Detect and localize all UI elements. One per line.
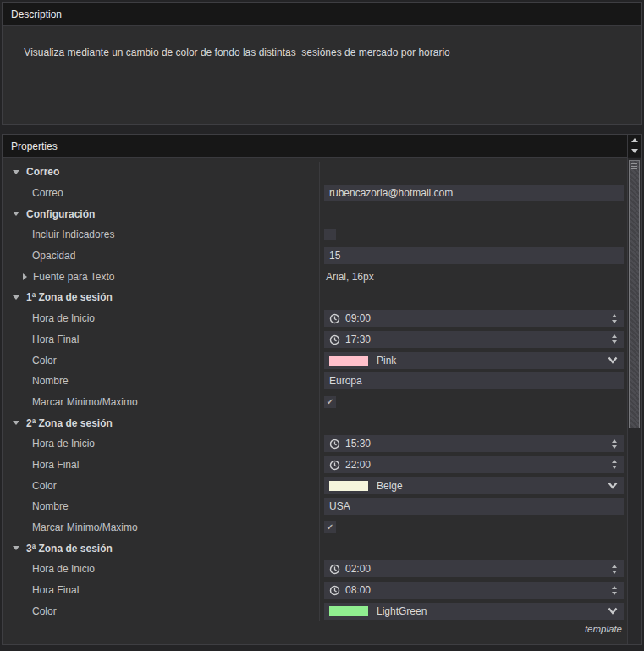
input-value: 02:00 [345, 563, 371, 575]
property-label: Marcar Minimo/Maximo [32, 521, 138, 533]
property-label: Fuente para Texto [33, 271, 115, 283]
time-spinner [612, 586, 619, 595]
property-value-cell: rubencazorla@hotmail.com [320, 183, 627, 204]
clock-icon [329, 313, 340, 324]
property-label-cell: Hora Final [3, 329, 320, 350]
property-label: Hora de Inicio [32, 438, 95, 450]
scrollbar-track[interactable] [628, 158, 641, 644]
property-label-cell: Hora Final [3, 455, 320, 476]
properties-rows: CorreoCorreorubencazorla@hotmail.comConf… [3, 162, 627, 621]
template-label: template [3, 624, 627, 634]
input-value: 15:30 [345, 438, 371, 450]
time-input[interactable]: 22:00 [324, 456, 624, 473]
property-value-cell: Pink [320, 350, 627, 371]
text-input[interactable]: Europa [324, 372, 624, 389]
property-row: Correorubencazorla@hotmail.com [3, 183, 627, 204]
chevron-expanded-icon[interactable] [13, 421, 19, 425]
group-header-cell[interactable]: 1ª Zona de sesión [3, 287, 320, 308]
group-header-cell[interactable]: 2ª Zona de sesión [3, 412, 320, 433]
group-header-row: 3ª Zona de sesión [3, 538, 627, 559]
scrollbar-thumb[interactable] [629, 160, 640, 428]
scroll-up-button[interactable] [628, 135, 641, 146]
chevron-collapsed-icon[interactable] [23, 273, 27, 280]
scroll-down-button[interactable] [628, 146, 641, 157]
time-input[interactable]: 08:00 [324, 582, 624, 599]
property-label-cell: Color [3, 600, 320, 621]
group-value-cell [320, 162, 627, 183]
chevron-expanded-icon[interactable] [13, 170, 19, 174]
scroll-up-icon [631, 138, 638, 142]
time-input[interactable]: 15:30 [324, 435, 624, 452]
time-input[interactable]: 17:30 [324, 331, 624, 348]
scrollbar[interactable] [627, 135, 641, 644]
spinner-up-button[interactable] [612, 314, 617, 317]
checkbox[interactable]: ✔ [324, 396, 336, 408]
time-input[interactable]: 02:00 [324, 560, 624, 577]
group-header-cell[interactable]: Correo [3, 162, 320, 183]
time-spinner [612, 314, 619, 323]
time-input[interactable]: 09:00 [324, 310, 624, 327]
property-value-cell: Arial, 16px [320, 266, 627, 287]
spinner-up-button[interactable] [612, 334, 617, 338]
color-dropdown[interactable]: LightGreen [324, 603, 624, 620]
spinner-up-button[interactable] [612, 460, 617, 463]
property-row: Opacidad15 [3, 246, 627, 267]
group-header-cell[interactable]: 3ª Zona de sesión [3, 538, 320, 559]
property-label-cell: Nombre [3, 496, 320, 517]
property-label: Color [32, 605, 57, 617]
property-label: Color [32, 480, 57, 492]
group-label: 2ª Zona de sesión [26, 417, 113, 429]
property-label-cell: Marcar Minimo/Maximo [3, 517, 320, 538]
property-value-cell: 09:00 [320, 308, 627, 329]
chevron-expanded-icon[interactable] [13, 295, 19, 300]
property-label-cell: Color [3, 475, 320, 496]
scroll-down-icon [631, 149, 638, 153]
spinner-down-button[interactable] [612, 445, 617, 449]
spinner-down-button[interactable] [612, 320, 617, 323]
property-label: Hora Final [32, 334, 79, 345]
property-label-cell[interactable]: Fuente para Texto [3, 266, 320, 287]
color-swatch [329, 356, 368, 366]
spinner-up-button[interactable] [612, 565, 617, 568]
checkbox[interactable] [324, 229, 336, 240]
property-value-cell: 15 [320, 246, 627, 267]
group-label: 3ª Zona de sesión [26, 543, 113, 554]
property-value-cell: ✔ [320, 392, 627, 413]
chevron-expanded-icon[interactable] [13, 212, 19, 216]
property-label-cell: Incluir Indicadores [3, 224, 320, 246]
clock-icon [329, 334, 340, 345]
properties-title: Properties [11, 141, 58, 152]
property-label: Color [32, 355, 57, 367]
time-spinner [612, 439, 619, 449]
group-label: Correo [26, 166, 59, 178]
group-header-cell[interactable]: Configuración [3, 203, 320, 224]
property-row: ColorPink [3, 350, 627, 371]
property-value-cell: 08:00 [320, 580, 627, 601]
property-value-cell: 17:30 [320, 329, 627, 350]
color-swatch [329, 481, 368, 491]
spinner-up-button[interactable] [612, 439, 617, 443]
color-dropdown[interactable]: Pink [324, 352, 624, 369]
input-value: USA [329, 500, 350, 512]
spinner-down-button[interactable] [612, 571, 617, 574]
property-label-cell: Color [3, 350, 320, 371]
property-label-cell: Hora de Inicio [3, 433, 320, 455]
spinner-down-button[interactable] [612, 466, 617, 469]
property-row: Marcar Minimo/Maximo✔ [3, 392, 627, 413]
spinner-down-button[interactable] [612, 592, 617, 595]
text-input[interactable]: USA [324, 498, 624, 515]
property-row: Fuente para TextoArial, 16px [3, 266, 627, 287]
group-header-row: 2ª Zona de sesión [3, 412, 627, 433]
property-label-cell: Hora de Inicio [3, 308, 320, 329]
property-label-cell: Correo [3, 183, 320, 204]
spinner-up-button[interactable] [612, 586, 617, 589]
property-row: NombreEuropa [3, 371, 627, 392]
text-input[interactable]: 15 [324, 247, 624, 264]
color-dropdown[interactable]: Beige [324, 477, 624, 494]
input-value: rubencazorla@hotmail.com [329, 187, 453, 199]
spinner-down-button[interactable] [612, 340, 617, 344]
text-input[interactable]: rubencazorla@hotmail.com [324, 185, 624, 201]
chevron-expanded-icon[interactable] [13, 546, 19, 550]
time-spinner [612, 565, 619, 574]
checkbox[interactable]: ✔ [324, 521, 336, 533]
